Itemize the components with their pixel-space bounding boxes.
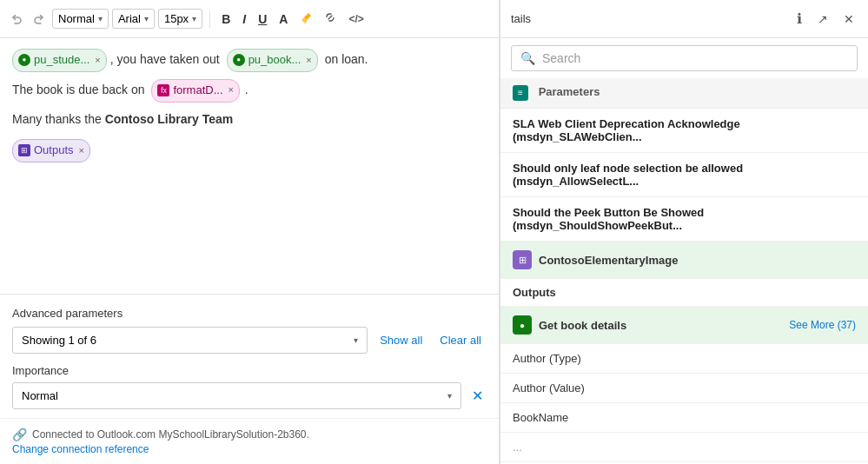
chip-pu-book[interactable]: ● pu_book... ×	[227, 49, 318, 72]
close-icon: ✕	[844, 12, 854, 26]
divider-1	[209, 10, 210, 28]
chip-book-icon: ●	[233, 54, 245, 66]
outputs-label: Outputs	[513, 286, 556, 299]
style-chevron: ▾	[98, 14, 103, 23]
color-button[interactable]: A	[275, 10, 292, 29]
italic-button[interactable]: I	[238, 10, 250, 29]
redo-button[interactable]	[30, 10, 49, 29]
search-icon: 🔍	[520, 51, 535, 65]
size-chevron: ▾	[192, 14, 196, 23]
advanced-params-label: Advanced parameters	[12, 307, 487, 320]
parameters-label: Parameters	[539, 85, 600, 98]
connection-text: Connected to Outlook.com MySchoolLibrary…	[32, 428, 309, 441]
right-panel: tails ℹ ↗ ✕ 🔍 ≡ Parameters SLA Web Clien…	[500, 0, 868, 464]
expand-button[interactable]: ↗	[814, 8, 832, 30]
importance-row: Normal ▾ ✕	[12, 382, 487, 409]
importance-label: Importance	[12, 364, 487, 377]
body-editor[interactable]: ● pu_stude... × , you have taken out ● p…	[0, 38, 499, 294]
style-select[interactable]: Normal ▾	[52, 9, 109, 29]
size-select[interactable]: 15px ▾	[158, 9, 202, 29]
info-icon: ℹ	[797, 11, 802, 26]
importance-chevron: ▾	[447, 391, 452, 401]
editor-toolbar: Normal ▾ Arial ▾ 15px ▾ B I U A	[0, 0, 499, 38]
outputs-section-header: Outputs	[500, 279, 868, 307]
params-showing: Showing 1 of 6	[22, 334, 96, 347]
search-container: 🔍	[511, 45, 858, 71]
list-item-get-book-details[interactable]: ● Get book details See More (37)	[500, 307, 868, 344]
params-chevron: ▾	[354, 335, 358, 345]
connection-icon: 🔗	[12, 428, 27, 441]
style-value: Normal	[58, 12, 95, 25]
get-book-label: Get book details	[539, 319, 626, 332]
params-icon: ≡	[513, 85, 528, 101]
body-line-2: The book is due back on fx formatD... × …	[12, 79, 487, 103]
output-author-value[interactable]: Author (Value)	[500, 374, 868, 403]
output-book-name[interactable]: BookName	[500, 403, 868, 433]
get-book-icon: ●	[513, 315, 532, 335]
clear-all-button[interactable]: Clear all	[434, 330, 487, 350]
font-chevron: ▾	[144, 14, 149, 23]
list-item-contoso-image[interactable]: ⊞ ContosoElementaryImage	[500, 242, 868, 279]
change-connection-link[interactable]: Change connection reference	[12, 443, 487, 455]
importance-select[interactable]: Normal ▾	[12, 382, 461, 409]
close-button[interactable]: ✕	[840, 8, 858, 30]
output-more[interactable]: ...	[500, 433, 868, 462]
importance-value: Normal	[22, 389, 58, 402]
importance-clear-button[interactable]: ✕	[468, 384, 487, 408]
info-button[interactable]: ℹ	[793, 7, 805, 30]
expand-icon: ↗	[818, 12, 828, 26]
chip-outputs[interactable]: ⊞ Outputs ×	[12, 139, 90, 162]
show-all-button[interactable]: Show all	[374, 330, 427, 350]
undo-button[interactable]	[7, 10, 26, 29]
size-value: 15px	[164, 12, 189, 25]
code-button[interactable]: </>	[344, 10, 368, 28]
right-panel-header: tails ℹ ↗ ✕	[500, 0, 868, 38]
chip-student-icon: ●	[18, 54, 30, 66]
connection-footer: 🔗 Connected to Outlook.com MySchoolLibra…	[0, 418, 499, 464]
right-content: ≡ Parameters SLA Web Client Deprecation …	[500, 78, 868, 464]
chip-outputs-icon: ⊞	[18, 144, 30, 156]
tails-title: tails	[511, 12, 531, 25]
link-button[interactable]	[320, 9, 341, 29]
list-item-peek[interactable]: Should the Peek Button Be Showed (msdyn_…	[500, 197, 868, 242]
chip-student-close[interactable]: ×	[95, 53, 100, 69]
highlight-button[interactable]	[295, 9, 316, 29]
advanced-params-section: Advanced parameters Showing 1 of 6 ▾ Sho…	[0, 294, 499, 418]
peek-text: Should the Peek Button Be Showed (msdyn_…	[513, 206, 856, 232]
params-row: Showing 1 of 6 ▾ Show all Clear all	[12, 327, 487, 354]
output-author-type[interactable]: Author (Type)	[500, 344, 868, 374]
font-value: Arial	[118, 12, 141, 25]
font-select[interactable]: Arial ▾	[112, 9, 155, 29]
chip-pu-student[interactable]: ● pu_stude... ×	[12, 49, 107, 72]
body-line-3: Many thanks the Contoso Library Team	[12, 109, 487, 129]
list-item-leaf[interactable]: Should only leaf node selection be allow…	[500, 153, 868, 197]
chip-book-close[interactable]: ×	[306, 53, 311, 69]
contoso-image-icon: ⊞	[513, 250, 532, 269]
list-item-sla[interactable]: SLA Web Client Deprecation Acknowledge (…	[500, 109, 868, 153]
sla-text: SLA Web Client Deprecation Acknowledge (…	[513, 117, 856, 143]
body-line-1: ● pu_stude... × , you have taken out ● p…	[12, 49, 487, 72]
leaf-text: Should only leaf node selection be allow…	[513, 162, 856, 188]
params-select[interactable]: Showing 1 of 6 ▾	[12, 327, 368, 354]
bold-button[interactable]: B	[217, 10, 235, 29]
chip-format-date[interactable]: fx formatD... ×	[151, 79, 240, 103]
parameters-section-header: ≡ Parameters	[500, 78, 868, 109]
chip-date-close[interactable]: ×	[229, 83, 234, 98]
body-line-4: ⊞ Outputs ×	[12, 139, 487, 162]
search-input[interactable]	[542, 51, 848, 65]
chip-outputs-close[interactable]: ×	[79, 143, 84, 159]
underline-button[interactable]: U	[254, 10, 271, 29]
contoso-image-text: ContosoElementaryImage	[539, 254, 678, 267]
chip-date-icon: fx	[157, 84, 169, 96]
see-more-label[interactable]: See More (37)	[789, 319, 856, 331]
